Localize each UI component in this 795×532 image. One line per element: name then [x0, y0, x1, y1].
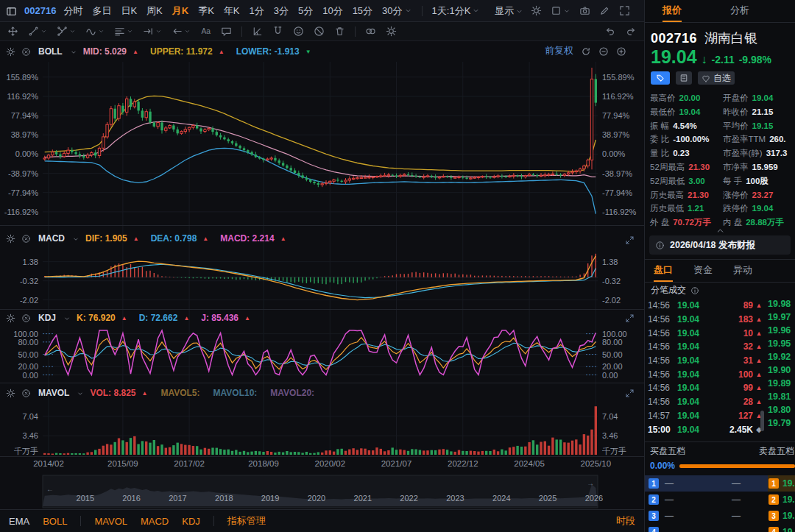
- buy-level-badge: 4: [649, 527, 659, 532]
- info-icon: [655, 240, 665, 250]
- tick-row[interactable]: 15:0019.042.45K◆: [645, 422, 765, 436]
- ask-price: 19.90: [768, 363, 795, 377]
- quote-panel: 报价分析 002716 湖南白银 19.04 ↓ -2.11 -9.98% 自选…: [644, 0, 795, 532]
- buy-level-badge: 1: [649, 478, 659, 489]
- tag-icon: [656, 74, 665, 82]
- svg-text:0.00: 0.00: [602, 371, 618, 380]
- watchlist-button[interactable]: 自选: [698, 71, 735, 85]
- memo-icon: [679, 74, 688, 82]
- depth-row[interactable]: 2——219.: [645, 492, 795, 508]
- info-icon: [690, 286, 699, 295]
- quote-cell: 量 比0.23: [650, 146, 723, 160]
- svg-text:2020/02: 2020/02: [315, 459, 346, 468]
- svg-text:2022/12: 2022/12: [448, 459, 478, 468]
- tick-row[interactable]: 14:5619.0489▲: [645, 299, 765, 313]
- indicator-name[interactable]: MACD: [38, 233, 65, 244]
- quote-row: 52周最高21.30市净率15.959: [650, 160, 795, 174]
- depth-row[interactable]: 3——319.: [645, 508, 795, 524]
- zoom-out-icon[interactable]: [598, 45, 609, 57]
- tick-row[interactable]: 14:5619.0428▲: [645, 395, 765, 409]
- svg-text:1.38: 1.38: [23, 258, 38, 266]
- price-change: -2.11: [712, 54, 735, 65]
- chevron-down-icon[interactable]: [63, 313, 71, 323]
- depth-rows[interactable]: 1——119.2——219.3——319.4——419: [645, 475, 795, 532]
- ask-price: 19.79: [768, 416, 795, 430]
- expand-pane-icon[interactable]: [625, 312, 635, 322]
- tick-row[interactable]: 14:5619.0431▲: [645, 354, 765, 368]
- svg-text:-116.92%: -116.92%: [4, 208, 38, 216]
- chevron-down-icon[interactable]: [72, 233, 80, 244]
- chevron-down-icon[interactable]: [70, 46, 77, 57]
- svg-text:2018/09: 2018/09: [248, 459, 279, 468]
- scrollbar-thumb[interactable]: [760, 411, 764, 431]
- collapse-chevron-icon[interactable]: [645, 224, 795, 235]
- svg-text:-38.97%: -38.97%: [8, 169, 38, 178]
- tick-row[interactable]: 14:5719.04127▲: [645, 409, 765, 423]
- panel-subtab[interactable]: 异动: [733, 260, 752, 282]
- svg-text:2023: 2023: [446, 494, 464, 503]
- adjust-mode-label[interactable]: 前复权: [545, 44, 573, 57]
- svg-text:0.00%: 0.00%: [602, 149, 625, 158]
- action-row: 自选: [645, 71, 795, 85]
- quote-row: 振 幅4.54%平均价19.15: [650, 119, 795, 133]
- svg-text:77.94%: 77.94%: [11, 111, 39, 120]
- panel-tab[interactable]: 报价: [662, 0, 682, 22]
- chevron-down-icon[interactable]: [77, 388, 84, 398]
- gear-icon: [6, 313, 15, 323]
- tick-row[interactable]: 14:5619.0499▲: [645, 381, 765, 395]
- tick-row[interactable]: 14:5619.0432▲: [645, 340, 765, 354]
- panel-subtab[interactable]: 资金: [693, 260, 713, 282]
- chart-canvas[interactable]: 155.89%155.89%116.92%116.92%77.94%77.94%…: [0, 0, 644, 532]
- tick-row[interactable]: 14:5619.04100▲: [645, 367, 765, 381]
- expand-pane-icon[interactable]: [625, 387, 635, 397]
- memo-button[interactable]: [676, 71, 692, 85]
- depth-row[interactable]: 4——419: [645, 524, 795, 532]
- zoom-in-icon: [616, 46, 626, 57]
- svg-text:-2.02: -2.02: [602, 296, 621, 305]
- mavol-header: MAVOL VOL: 8.825▲ MAVOL5: MAVOL10: MAVOL…: [6, 386, 314, 400]
- ask-price: 19.96: [768, 324, 795, 337]
- quote-cell: 振 幅4.54%: [650, 119, 723, 133]
- tag-button[interactable]: [651, 71, 670, 85]
- expand-pane-icon[interactable]: [625, 234, 635, 244]
- panel-tab[interactable]: 分析: [730, 0, 749, 22]
- expand-pane-icon: [625, 313, 635, 323]
- caret-down-icon: [72, 235, 80, 243]
- svg-text:1.38: 1.38: [602, 258, 618, 266]
- svg-text:2025: 2025: [539, 494, 556, 503]
- close-circle-icon[interactable]: [21, 233, 31, 244]
- depth-row[interactable]: 1——119.: [645, 475, 795, 492]
- tick-row[interactable]: 14:5619.0410▲: [645, 326, 765, 340]
- zoom-out-icon: [598, 46, 609, 57]
- earnings-banner[interactable]: 2026/04/18 发布财报: [649, 235, 791, 255]
- gear-icon[interactable]: [6, 233, 15, 244]
- svg-text:2026: 2026: [585, 494, 603, 503]
- quote-cell: 52周最高21.30: [650, 160, 723, 174]
- svg-text:116.92%: 116.92%: [7, 92, 38, 101]
- gear-icon[interactable]: [6, 313, 15, 323]
- tick-list[interactable]: 14:5619.0489▲14:5619.04183▲14:5619.0410▲…: [645, 299, 765, 436]
- quote-cell: 历史最高21.30: [650, 188, 723, 202]
- history-reset-icon[interactable]: [581, 45, 591, 57]
- close-circle-icon[interactable]: [21, 313, 31, 323]
- zoom-in-icon[interactable]: [616, 45, 626, 57]
- close-circle-icon[interactable]: [21, 388, 31, 398]
- ask-price: 19.81: [768, 390, 795, 403]
- indicator-name[interactable]: MAVOL: [38, 388, 69, 398]
- svg-text:2015: 2015: [77, 494, 94, 503]
- close-circle-icon: [21, 47, 31, 57]
- tick-row[interactable]: 14:5619.04183▲: [645, 313, 765, 327]
- indicator-name[interactable]: KDJ: [38, 313, 56, 323]
- up-arrow-icon: ▲: [753, 316, 765, 323]
- svg-text:2022: 2022: [400, 494, 417, 503]
- kdj-header: KDJ K: 76.920▲ D: 72.662▲ J: 85.436▲: [6, 311, 250, 325]
- quote-row: 最低价19.04昨收价21.15: [650, 105, 795, 119]
- indicator-name[interactable]: BOLL: [38, 46, 63, 57]
- close-circle-icon[interactable]: [21, 46, 31, 57]
- close-circle-icon: [21, 234, 31, 244]
- panel-subtab[interactable]: 盘口: [654, 260, 673, 282]
- gear-icon[interactable]: [6, 46, 15, 57]
- quote-row: 量 比0.23市盈率(静)317.3: [650, 146, 795, 160]
- svg-text:2021: 2021: [354, 494, 372, 503]
- gear-icon[interactable]: [6, 388, 15, 398]
